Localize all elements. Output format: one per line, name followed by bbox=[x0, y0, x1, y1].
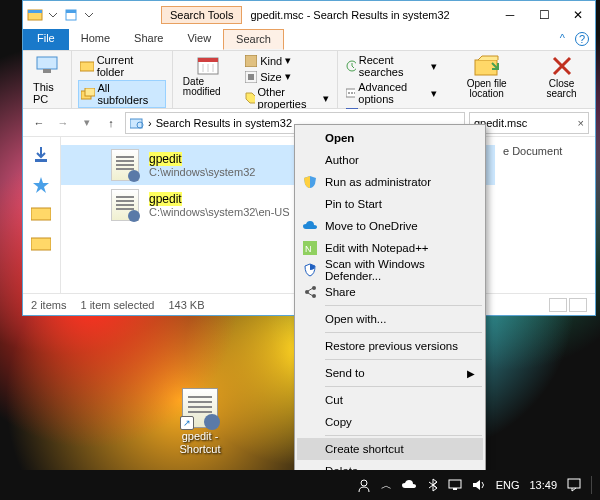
close-button[interactable]: ✕ bbox=[561, 4, 595, 26]
network-icon[interactable] bbox=[448, 479, 462, 491]
window-title: gpedit.msc - Search Results in system32 bbox=[242, 9, 493, 21]
minimize-button[interactable]: ─ bbox=[493, 4, 527, 26]
msc-file-icon bbox=[111, 189, 139, 221]
nav-back-button[interactable]: ← bbox=[29, 113, 49, 133]
properties-icon[interactable] bbox=[63, 7, 79, 23]
breadcrumb[interactable]: Search Results in system32 bbox=[156, 117, 292, 129]
ctx-create-shortcut[interactable]: Create shortcut bbox=[297, 438, 483, 460]
ribbon-tabs: File Home Share View Search ^ ? bbox=[23, 29, 595, 51]
kind-icon bbox=[245, 55, 257, 67]
svg-rect-4 bbox=[37, 57, 57, 69]
ctx-separator bbox=[325, 305, 482, 306]
all-subfolders-button[interactable]: All subfolders bbox=[78, 80, 166, 108]
icons-view-button[interactable] bbox=[569, 298, 587, 312]
ctx-separator bbox=[325, 332, 482, 333]
share-icon bbox=[302, 284, 318, 300]
context-menu: Open Author Run as administrator Pin to … bbox=[294, 124, 486, 500]
tab-home[interactable]: Home bbox=[69, 29, 122, 50]
maximize-button[interactable]: ☐ bbox=[527, 4, 561, 26]
ribbon-group-refine: Date modified Kind▾ Size▾ Other properti… bbox=[173, 51, 338, 108]
quick-access-icon[interactable] bbox=[31, 175, 53, 197]
nav-up-button[interactable]: ↑ bbox=[101, 113, 121, 133]
tab-view[interactable]: View bbox=[175, 29, 223, 50]
show-desktop-button[interactable] bbox=[591, 476, 592, 494]
people-icon[interactable] bbox=[357, 478, 371, 492]
clock[interactable]: 13:49 bbox=[529, 479, 557, 491]
tray-chevron-icon[interactable]: ︿ bbox=[381, 478, 392, 493]
ribbon-toggle-icon[interactable]: ^ bbox=[550, 29, 575, 50]
nav-recent-button[interactable]: ▾ bbox=[77, 113, 97, 133]
action-center-icon[interactable] bbox=[567, 478, 581, 492]
kind-button[interactable]: Kind▾ bbox=[243, 53, 331, 68]
ribbon-open-location: Open file location bbox=[445, 51, 528, 108]
date-modified-button[interactable]: Date modified bbox=[179, 53, 237, 111]
open-file-location-button[interactable]: Open file location bbox=[451, 53, 522, 101]
svg-rect-29 bbox=[35, 159, 47, 162]
ribbon: This PC Current folder All subfolders Se… bbox=[23, 51, 595, 109]
tab-share[interactable]: Share bbox=[122, 29, 175, 50]
folder-open-icon bbox=[474, 55, 500, 77]
language-indicator[interactable]: ENG bbox=[496, 479, 520, 491]
svg-rect-5 bbox=[43, 69, 51, 73]
svg-rect-27 bbox=[130, 119, 142, 128]
svg-rect-12 bbox=[198, 58, 218, 62]
file-name: gpedit bbox=[149, 192, 290, 206]
ctx-open-with[interactable]: Open with... bbox=[297, 308, 483, 330]
details-view-button[interactable] bbox=[549, 298, 567, 312]
onedrive-tray-icon[interactable] bbox=[402, 480, 418, 490]
window-controls: ─ ☐ ✕ bbox=[493, 4, 595, 26]
desktop-shortcut[interactable]: ↗ gpedit - Shortcut bbox=[170, 388, 230, 456]
tab-search[interactable]: Search bbox=[223, 29, 284, 50]
downloads-icon[interactable] bbox=[31, 145, 53, 167]
ribbon-group-thispc: This PC bbox=[23, 51, 72, 108]
volume-icon[interactable] bbox=[472, 479, 486, 491]
taskbar[interactable]: ︿ ENG 13:49 bbox=[0, 470, 600, 500]
svg-point-22 bbox=[351, 92, 353, 94]
ctx-author[interactable]: Author bbox=[297, 149, 483, 171]
ctx-separator bbox=[325, 435, 482, 436]
ctx-run-admin[interactable]: Run as administrator bbox=[297, 171, 483, 193]
folder-nav-icon[interactable] bbox=[31, 205, 53, 227]
close-x-icon bbox=[551, 55, 573, 77]
file-menu[interactable]: File bbox=[23, 29, 69, 50]
ctx-defender[interactable]: Scan with Windows Defender... bbox=[297, 259, 483, 281]
current-folder-button[interactable]: Current folder bbox=[78, 53, 166, 79]
svg-point-37 bbox=[361, 480, 367, 486]
ribbon-group-location: Current folder All subfolders Search aga… bbox=[72, 51, 173, 108]
search-box[interactable]: gpedit.msc × bbox=[469, 112, 589, 134]
nav-forward-button[interactable]: → bbox=[53, 113, 73, 133]
ctx-copy[interactable]: Copy bbox=[297, 411, 483, 433]
explorer-icon bbox=[27, 7, 43, 23]
ctx-onedrive[interactable]: Move to OneDrive bbox=[297, 215, 483, 237]
svg-point-21 bbox=[348, 92, 350, 94]
ctx-cut[interactable]: Cut bbox=[297, 389, 483, 411]
shortcut-arrow-icon: ↗ bbox=[180, 416, 194, 430]
ctx-restore[interactable]: Restore previous versions bbox=[297, 335, 483, 357]
ribbon-group-options: Recent searches▾ Advanced options▾ Save … bbox=[338, 51, 446, 108]
ctx-send-to[interactable]: Send to▶ bbox=[297, 362, 483, 384]
ctx-pin-start[interactable]: Pin to Start bbox=[297, 193, 483, 215]
ctx-share[interactable]: Share bbox=[297, 281, 483, 303]
this-pc-button[interactable]: This PC bbox=[29, 53, 65, 107]
help-icon[interactable]: ? bbox=[575, 32, 589, 46]
folders-icon bbox=[81, 88, 95, 100]
chevron-right-icon[interactable]: › bbox=[148, 117, 152, 129]
other-properties-button[interactable]: Other properties▾ bbox=[243, 85, 331, 111]
file-path: C:\windows\system32 bbox=[149, 166, 255, 178]
shield-icon bbox=[302, 174, 318, 190]
clear-search-icon[interactable]: × bbox=[578, 117, 584, 129]
ctx-notepadpp[interactable]: NEdit with Notepad++ bbox=[297, 237, 483, 259]
advanced-options-button[interactable]: Advanced options▾ bbox=[344, 80, 440, 106]
search-folder-icon bbox=[130, 117, 144, 129]
qat-dropdown2-icon[interactable] bbox=[81, 7, 97, 23]
bluetooth-icon[interactable] bbox=[428, 478, 438, 492]
close-search-button[interactable]: Close search bbox=[534, 53, 589, 101]
options-icon bbox=[346, 87, 356, 99]
size-button[interactable]: Size▾ bbox=[243, 69, 331, 84]
folder-nav-icon[interactable] bbox=[31, 235, 53, 257]
ctx-open[interactable]: Open bbox=[297, 127, 483, 149]
system-tray: ︿ ENG 13:49 bbox=[357, 476, 600, 494]
recent-searches-button[interactable]: Recent searches▾ bbox=[344, 53, 440, 79]
status-size: 143 KB bbox=[168, 299, 204, 311]
qat-dropdown-icon[interactable] bbox=[45, 7, 61, 23]
